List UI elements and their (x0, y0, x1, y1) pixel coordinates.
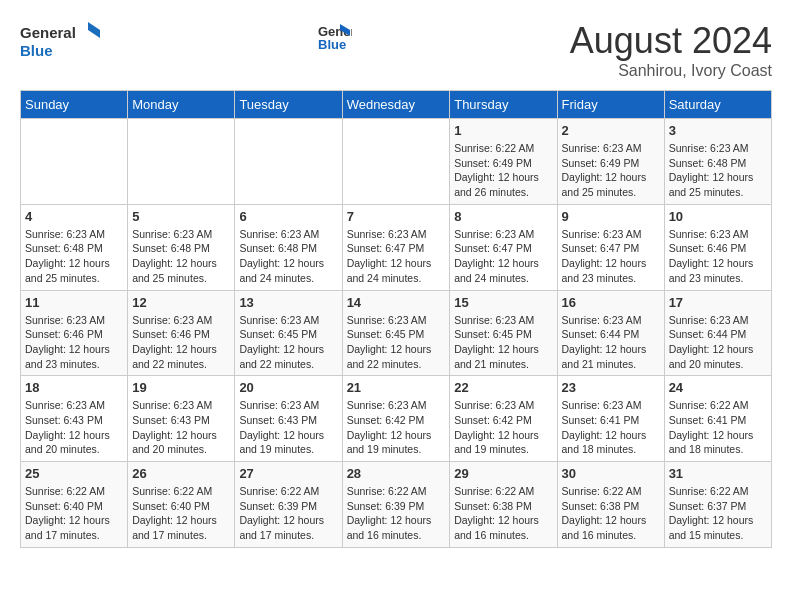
day-number: 7 (347, 209, 446, 224)
day-number: 25 (25, 466, 123, 481)
calendar-cell (342, 119, 450, 205)
day-info: Sunrise: 6:23 AMSunset: 6:44 PMDaylight:… (669, 313, 767, 372)
day-number: 29 (454, 466, 552, 481)
calendar-table: SundayMondayTuesdayWednesdayThursdayFrid… (20, 90, 772, 548)
calendar-cell: 5Sunrise: 6:23 AMSunset: 6:48 PMDaylight… (128, 204, 235, 290)
day-number: 27 (239, 466, 337, 481)
day-number: 14 (347, 295, 446, 310)
calendar-week-row: 4Sunrise: 6:23 AMSunset: 6:48 PMDaylight… (21, 204, 772, 290)
month-year-title: August 2024 (570, 20, 772, 62)
calendar-cell: 15Sunrise: 6:23 AMSunset: 6:45 PMDayligh… (450, 290, 557, 376)
calendar-cell (235, 119, 342, 205)
day-number: 15 (454, 295, 552, 310)
day-info: Sunrise: 6:22 AMSunset: 6:49 PMDaylight:… (454, 141, 552, 200)
day-number: 11 (25, 295, 123, 310)
calendar-cell: 21Sunrise: 6:23 AMSunset: 6:42 PMDayligh… (342, 376, 450, 462)
day-info: Sunrise: 6:23 AMSunset: 6:46 PMDaylight:… (25, 313, 123, 372)
calendar-cell: 14Sunrise: 6:23 AMSunset: 6:45 PMDayligh… (342, 290, 450, 376)
day-info: Sunrise: 6:23 AMSunset: 6:49 PMDaylight:… (562, 141, 660, 200)
day-number: 26 (132, 466, 230, 481)
day-number: 16 (562, 295, 660, 310)
day-info: Sunrise: 6:22 AMSunset: 6:41 PMDaylight:… (669, 398, 767, 457)
day-info: Sunrise: 6:23 AMSunset: 6:47 PMDaylight:… (454, 227, 552, 286)
svg-text:General: General (20, 24, 76, 41)
day-info: Sunrise: 6:22 AMSunset: 6:39 PMDaylight:… (347, 484, 446, 543)
calendar-cell: 28Sunrise: 6:22 AMSunset: 6:39 PMDayligh… (342, 462, 450, 548)
calendar-cell: 30Sunrise: 6:22 AMSunset: 6:38 PMDayligh… (557, 462, 664, 548)
logo-svg: General Blue (20, 20, 100, 64)
day-info: Sunrise: 6:23 AMSunset: 6:45 PMDaylight:… (454, 313, 552, 372)
day-info: Sunrise: 6:23 AMSunset: 6:46 PMDaylight:… (132, 313, 230, 372)
logo-bird-icon: General Blue (318, 20, 352, 54)
day-number: 31 (669, 466, 767, 481)
calendar-cell: 7Sunrise: 6:23 AMSunset: 6:47 PMDaylight… (342, 204, 450, 290)
calendar-cell: 22Sunrise: 6:23 AMSunset: 6:42 PMDayligh… (450, 376, 557, 462)
calendar-day-header: Thursday (450, 91, 557, 119)
title-section: August 2024 Sanhirou, Ivory Coast (570, 20, 772, 80)
day-info: Sunrise: 6:23 AMSunset: 6:45 PMDaylight:… (239, 313, 337, 372)
calendar-cell: 9Sunrise: 6:23 AMSunset: 6:47 PMDaylight… (557, 204, 664, 290)
day-number: 3 (669, 123, 767, 138)
calendar-cell: 20Sunrise: 6:23 AMSunset: 6:43 PMDayligh… (235, 376, 342, 462)
calendar-cell: 6Sunrise: 6:23 AMSunset: 6:48 PMDaylight… (235, 204, 342, 290)
day-info: Sunrise: 6:22 AMSunset: 6:38 PMDaylight:… (562, 484, 660, 543)
logo: General Blue (20, 20, 100, 64)
day-info: Sunrise: 6:23 AMSunset: 6:44 PMDaylight:… (562, 313, 660, 372)
calendar-cell: 17Sunrise: 6:23 AMSunset: 6:44 PMDayligh… (664, 290, 771, 376)
day-number: 13 (239, 295, 337, 310)
calendar-week-row: 1Sunrise: 6:22 AMSunset: 6:49 PMDaylight… (21, 119, 772, 205)
day-info: Sunrise: 6:22 AMSunset: 6:38 PMDaylight:… (454, 484, 552, 543)
day-info: Sunrise: 6:23 AMSunset: 6:43 PMDaylight:… (239, 398, 337, 457)
day-info: Sunrise: 6:22 AMSunset: 6:37 PMDaylight:… (669, 484, 767, 543)
day-number: 1 (454, 123, 552, 138)
calendar-day-header: Wednesday (342, 91, 450, 119)
day-number: 9 (562, 209, 660, 224)
day-number: 20 (239, 380, 337, 395)
day-info: Sunrise: 6:22 AMSunset: 6:40 PMDaylight:… (132, 484, 230, 543)
day-info: Sunrise: 6:23 AMSunset: 6:43 PMDaylight:… (25, 398, 123, 457)
calendar-cell: 4Sunrise: 6:23 AMSunset: 6:48 PMDaylight… (21, 204, 128, 290)
calendar-cell: 19Sunrise: 6:23 AMSunset: 6:43 PMDayligh… (128, 376, 235, 462)
day-info: Sunrise: 6:23 AMSunset: 6:48 PMDaylight:… (669, 141, 767, 200)
calendar-cell: 8Sunrise: 6:23 AMSunset: 6:47 PMDaylight… (450, 204, 557, 290)
calendar-cell: 10Sunrise: 6:23 AMSunset: 6:46 PMDayligh… (664, 204, 771, 290)
day-info: Sunrise: 6:23 AMSunset: 6:48 PMDaylight:… (239, 227, 337, 286)
svg-text:Blue: Blue (318, 37, 346, 52)
day-info: Sunrise: 6:22 AMSunset: 6:39 PMDaylight:… (239, 484, 337, 543)
calendar-day-header: Monday (128, 91, 235, 119)
day-number: 6 (239, 209, 337, 224)
calendar-cell (128, 119, 235, 205)
calendar-cell: 13Sunrise: 6:23 AMSunset: 6:45 PMDayligh… (235, 290, 342, 376)
day-number: 24 (669, 380, 767, 395)
day-info: Sunrise: 6:23 AMSunset: 6:42 PMDaylight:… (347, 398, 446, 457)
calendar-cell: 18Sunrise: 6:23 AMSunset: 6:43 PMDayligh… (21, 376, 128, 462)
calendar-cell: 29Sunrise: 6:22 AMSunset: 6:38 PMDayligh… (450, 462, 557, 548)
calendar-cell: 2Sunrise: 6:23 AMSunset: 6:49 PMDaylight… (557, 119, 664, 205)
calendar-cell: 24Sunrise: 6:22 AMSunset: 6:41 PMDayligh… (664, 376, 771, 462)
day-number: 19 (132, 380, 230, 395)
calendar-day-header: Sunday (21, 91, 128, 119)
calendar-week-row: 25Sunrise: 6:22 AMSunset: 6:40 PMDayligh… (21, 462, 772, 548)
calendar-cell: 3Sunrise: 6:23 AMSunset: 6:48 PMDaylight… (664, 119, 771, 205)
calendar-day-header: Saturday (664, 91, 771, 119)
day-number: 10 (669, 209, 767, 224)
day-info: Sunrise: 6:23 AMSunset: 6:47 PMDaylight:… (562, 227, 660, 286)
day-number: 18 (25, 380, 123, 395)
day-number: 17 (669, 295, 767, 310)
day-number: 30 (562, 466, 660, 481)
calendar-cell: 23Sunrise: 6:23 AMSunset: 6:41 PMDayligh… (557, 376, 664, 462)
day-number: 23 (562, 380, 660, 395)
day-number: 21 (347, 380, 446, 395)
day-number: 4 (25, 209, 123, 224)
day-number: 28 (347, 466, 446, 481)
calendar-cell: 1Sunrise: 6:22 AMSunset: 6:49 PMDaylight… (450, 119, 557, 205)
calendar-cell (21, 119, 128, 205)
calendar-cell: 27Sunrise: 6:22 AMSunset: 6:39 PMDayligh… (235, 462, 342, 548)
day-number: 12 (132, 295, 230, 310)
page-header: General Blue General Blue August 2024 Sa… (20, 20, 772, 80)
svg-marker-1 (88, 22, 100, 38)
calendar-week-row: 11Sunrise: 6:23 AMSunset: 6:46 PMDayligh… (21, 290, 772, 376)
day-info: Sunrise: 6:23 AMSunset: 6:47 PMDaylight:… (347, 227, 446, 286)
calendar-day-header: Friday (557, 91, 664, 119)
calendar-cell: 16Sunrise: 6:23 AMSunset: 6:44 PMDayligh… (557, 290, 664, 376)
